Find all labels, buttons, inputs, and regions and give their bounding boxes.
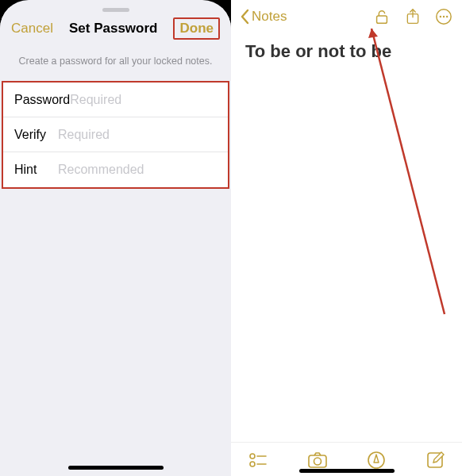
cancel-button[interactable]: Cancel — [11, 21, 53, 36]
svg-point-13 — [314, 458, 321, 465]
hint-row: Hint — [3, 152, 228, 187]
home-indicator[interactable] — [68, 466, 164, 470]
set-password-pane: Cancel Set Password Done Create a passwo… — [0, 0, 231, 476]
marker-circle-icon — [367, 451, 386, 470]
more-button[interactable] — [435, 8, 452, 25]
sheet-handle[interactable] — [102, 8, 129, 12]
compose-button[interactable] — [425, 451, 445, 470]
done-button-highlight: Done — [173, 17, 220, 40]
modal-nav-bar: Cancel Set Password Done — [0, 6, 231, 48]
note-nav-bar: Notes — [231, 0, 462, 30]
svg-point-3 — [440, 16, 441, 17]
hint-input[interactable] — [58, 163, 217, 177]
lock-button[interactable] — [373, 8, 391, 25]
svg-point-4 — [443, 16, 445, 17]
checklist-button[interactable] — [248, 451, 268, 469]
share-button[interactable] — [405, 8, 421, 25]
svg-rect-0 — [377, 16, 387, 23]
password-form-highlight: Password Verify Hint — [2, 81, 229, 189]
verify-label: Verify — [14, 128, 58, 142]
password-input[interactable] — [70, 93, 229, 107]
modal-title: Set Password — [69, 21, 158, 36]
svg-point-10 — [250, 462, 255, 466]
verify-row: Verify — [3, 117, 228, 152]
svg-point-8 — [250, 454, 255, 459]
back-label: Notes — [252, 9, 287, 25]
password-label: Password — [14, 93, 70, 107]
unlock-icon — [373, 8, 391, 25]
checklist-icon — [248, 451, 268, 469]
done-button[interactable]: Done — [179, 21, 214, 36]
hint-label: Hint — [14, 163, 58, 177]
share-icon — [405, 8, 421, 25]
nav-actions — [373, 8, 452, 25]
home-indicator[interactable] — [299, 469, 395, 473]
svg-point-5 — [446, 16, 448, 17]
back-button[interactable]: Notes — [241, 9, 287, 25]
compose-icon — [425, 451, 445, 470]
markup-button[interactable] — [367, 451, 386, 470]
ellipsis-circle-icon — [435, 8, 452, 25]
chevron-left-icon — [241, 9, 250, 25]
verify-input[interactable] — [58, 128, 217, 142]
camera-icon — [307, 451, 328, 469]
note-detail-pane: Notes — [231, 0, 462, 476]
password-row: Password — [3, 83, 228, 117]
modal-subtitle: Create a password for all your locked no… — [0, 48, 231, 81]
note-title: To be or not to be — [231, 30, 462, 73]
camera-button[interactable] — [307, 451, 328, 469]
